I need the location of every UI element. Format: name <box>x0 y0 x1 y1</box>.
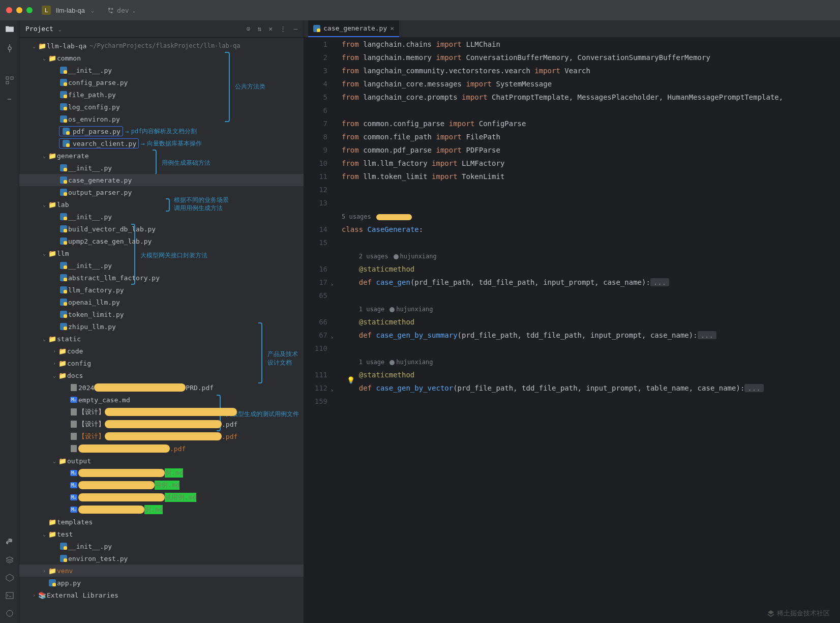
project-chevron-icon[interactable]: ⌄ <box>91 8 94 13</box>
window-controls <box>6 7 33 13</box>
folder-llm[interactable]: ⌄📁llm <box>19 247 304 259</box>
folded-code[interactable]: ... <box>698 331 716 339</box>
file-init[interactable]: __init__.py <box>19 64 304 76</box>
panel-title[interactable]: Project ⌄ <box>25 25 62 33</box>
usage-hint[interactable]: 5 usages <box>342 213 371 220</box>
problems-icon[interactable] <box>6 609 14 619</box>
python-console-icon[interactable] <box>6 538 14 548</box>
file-doc-1[interactable]: M↓empty_case.md <box>19 394 304 406</box>
folder-generate[interactable]: ⌄📁generate <box>19 150 304 162</box>
branch-icon <box>107 7 114 14</box>
file-out-2[interactable]: M↓试用例.md <box>19 491 304 503</box>
file-token-limit[interactable]: token_limit.py <box>19 308 304 320</box>
svg-rect-18 <box>64 119 67 123</box>
project-tree[interactable]: 公共方法类 用例生成基础方法 根据不同的业务场景调用用例生成方法 大模型网关接口… <box>19 38 304 623</box>
file-doc-0[interactable]: 2024PRD.pdf <box>19 381 304 394</box>
folder-tool-icon[interactable] <box>5 24 14 35</box>
file-lab-init[interactable]: __init__.py <box>19 211 304 223</box>
close-window[interactable] <box>6 7 12 13</box>
file-pdf-parse[interactable]: pdf_parse.py→pdf内容解析及文档分割 <box>19 125 304 137</box>
folder-venv[interactable]: ›📁venv <box>19 565 304 577</box>
collapse-icon[interactable]: ✕ <box>268 25 273 33</box>
code-editor[interactable]: 1 2 3 4 5 6 7 8 9 10 11 12 13 14 15 16 1… <box>304 38 840 623</box>
file-out-3[interactable]: M↓例.md <box>19 503 304 516</box>
svg-rect-12 <box>64 82 67 86</box>
watermark: 稀土掘金技术社区 <box>767 609 830 618</box>
minimize-window[interactable] <box>16 7 22 13</box>
bulb-icon[interactable]: 💡 <box>347 376 355 384</box>
usage-hint[interactable]: 1 usage <box>359 359 385 366</box>
folder-common[interactable]: ⌄📁common <box>19 52 304 64</box>
svg-rect-52 <box>52 583 56 586</box>
svg-rect-20 <box>66 131 70 135</box>
file-build-vector[interactable]: build_vector_db_lab.py <box>19 223 304 235</box>
minimize-panel-icon[interactable]: — <box>293 25 297 33</box>
services-icon[interactable] <box>6 574 14 583</box>
file-zhipu-llm[interactable]: zhipu_llm.py <box>19 320 304 333</box>
python-file-icon <box>313 25 320 32</box>
terminal-icon[interactable] <box>6 591 14 601</box>
file-upmp2[interactable]: upmp2_case_gen_lab.py <box>19 235 304 247</box>
select-opened-icon[interactable]: ⊙ <box>247 25 251 33</box>
file-environ-test[interactable]: environ_test.py <box>19 552 304 565</box>
folder-templates[interactable]: 📁templates <box>19 516 304 528</box>
file-doc-4[interactable]: 【设计】.pdf <box>19 430 304 442</box>
file-file-path[interactable]: file_path.py <box>19 88 304 101</box>
file-app[interactable]: app.py <box>19 577 304 589</box>
structure-tool-icon[interactable] <box>6 76 14 86</box>
folder-static[interactable]: ⌄📁static <box>19 333 304 345</box>
maximize-window[interactable] <box>26 7 33 13</box>
file-vearch-client[interactable]: vearch_client.py→向量数据库基本操作 <box>19 137 304 150</box>
file-doc-2[interactable]: 【设计】 <box>19 406 304 418</box>
svg-rect-38 <box>64 278 67 281</box>
file-out-0[interactable]: M↓例.md <box>19 467 304 479</box>
svg-rect-54 <box>317 28 320 32</box>
editor-tabs: case_generate.py × <box>304 20 840 38</box>
file-os-environ[interactable]: os_environ.py <box>19 113 304 125</box>
file-doc-3[interactable]: 【设计】.pdf <box>19 418 304 430</box>
file-output-parser[interactable]: output_parser.py <box>19 186 304 198</box>
fold-icon[interactable]: › <box>331 278 334 291</box>
fold-icon[interactable]: › <box>331 331 334 344</box>
file-log-config[interactable]: log_config.py <box>19 101 304 113</box>
external-libraries[interactable]: ›📚External Libraries <box>19 589 304 601</box>
folded-code[interactable]: ... <box>744 384 763 392</box>
fold-icon[interactable]: › <box>331 384 334 397</box>
code-content[interactable]: from langchain.chains import LLMChain fr… <box>335 38 840 623</box>
file-llm-factory[interactable]: llm_factory.py <box>19 284 304 296</box>
usage-hint[interactable]: 1 usage <box>359 306 385 313</box>
arrow-right-icon: → <box>141 140 145 147</box>
svg-rect-10 <box>64 70 67 74</box>
folder-output[interactable]: ⌄📁output <box>19 455 304 467</box>
file-case-generate[interactable]: case_generate.py <box>19 174 304 186</box>
file-out-1[interactable]: M↓用例.md <box>19 479 304 491</box>
layers-icon[interactable] <box>6 556 14 566</box>
file-openai-llm[interactable]: openai_llm.py <box>19 296 304 308</box>
expand-all-icon[interactable]: ⇅ <box>258 25 262 33</box>
tab-close-icon[interactable]: × <box>390 24 394 32</box>
folder-lab[interactable]: ⌄📁lab <box>19 198 304 211</box>
file-abstract-llm[interactable]: abstract_llm_factory.py <box>19 272 304 284</box>
file-llm-init[interactable]: __init__.py <box>19 259 304 272</box>
folded-code[interactable]: ... <box>650 278 669 286</box>
more-tool-icon[interactable]: ⋯ <box>8 95 12 103</box>
tree-root[interactable]: ⌄ 📁 llm-lab-qa ~/PycharmProjects/flaskPr… <box>19 40 304 52</box>
svg-marker-6 <box>6 574 13 581</box>
file-test-init[interactable]: __init__.py <box>19 540 304 552</box>
folder-test[interactable]: ⌄📁test <box>19 528 304 540</box>
folder-docs[interactable]: ⌄📁docs <box>19 369 304 381</box>
hide-icon[interactable]: ⋮ <box>280 25 286 33</box>
file-config-parse[interactable]: config_parse.py <box>19 76 304 88</box>
git-branch[interactable]: dev ⌄ <box>107 7 136 14</box>
usage-hint[interactable]: 2 usages <box>359 253 388 260</box>
editor-tab[interactable]: case_generate.py × <box>308 20 399 37</box>
juejin-icon <box>767 609 775 617</box>
file-doc-5[interactable]: .pdf <box>19 442 304 455</box>
svg-rect-36 <box>64 265 67 269</box>
commit-tool-icon[interactable] <box>6 44 14 54</box>
project-name[interactable]: llm-lab-qa <box>56 7 85 14</box>
file-gen-init[interactable]: __init__.py <box>19 162 304 174</box>
folder-config[interactable]: ›📁config <box>19 357 304 369</box>
folder-code[interactable]: ›📁code <box>19 345 304 357</box>
svg-rect-48 <box>64 546 67 550</box>
